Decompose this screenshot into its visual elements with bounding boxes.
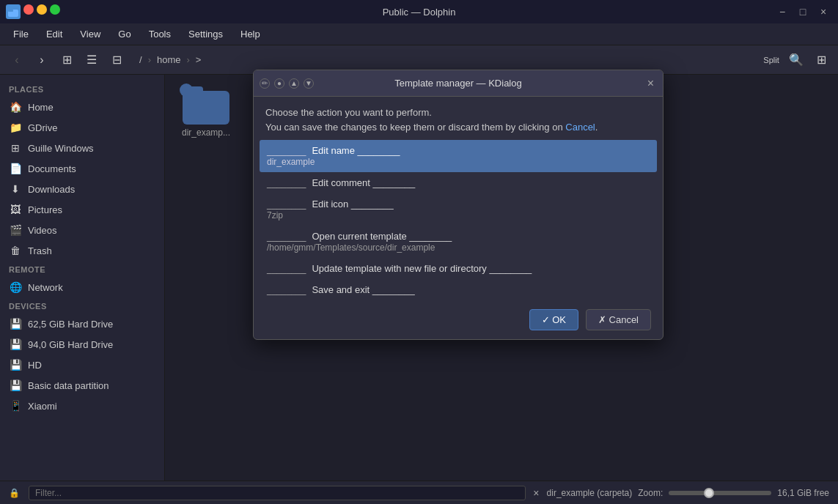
drive-62-icon: 💾 <box>9 317 22 330</box>
dialog-window-controls: ✏ ● ▲ ▼ <box>260 78 314 89</box>
sidebar-label-gdrive: GDrive <box>28 122 57 133</box>
zoom-label: Zoom: <box>638 488 663 498</box>
sidebar-item-hd[interactable]: 💾 HD <box>0 355 164 375</box>
title-bar: Public — Dolphin − □ × <box>0 0 838 23</box>
menu-view[interactable]: View <box>73 26 108 42</box>
window-controls <box>6 4 60 19</box>
dialog-title: Template manager — KDialog <box>394 78 521 89</box>
list-view-button[interactable]: ☰ <box>81 49 103 71</box>
breadcrumb-root[interactable]: / <box>136 53 145 67</box>
sidebar-label-network: Network <box>28 282 63 293</box>
menu-help[interactable]: Help <box>233 26 268 42</box>
dialog-item-save-exit[interactable]: ________ Save and exit ________ <box>260 279 657 300</box>
breadcrumb-sub[interactable]: > <box>193 53 205 67</box>
documents-icon: 📄 <box>9 162 22 175</box>
sidebar-item-drive-94[interactable]: 💾 94,0 GiB Hard Drive <box>0 334 164 355</box>
trash-icon: 🗑 <box>9 244 22 257</box>
forward-button[interactable]: › <box>31 49 53 71</box>
app-icon <box>6 4 21 19</box>
remote-section-title: Remote <box>0 261 164 277</box>
compact-view-button[interactable]: ⊟ <box>106 49 128 71</box>
dialog-control-pen[interactable]: ✏ <box>260 78 270 89</box>
sidebar-item-gdrive[interactable]: 📁 GDrive <box>0 117 164 138</box>
sidebar-label-downloads: Downloads <box>28 184 75 195</box>
menu-file[interactable]: File <box>6 26 36 42</box>
dialog-action-list: ________ Edit name ________ dir_example … <box>254 140 663 300</box>
cancel-button[interactable]: ✗ Cancel <box>586 309 651 330</box>
main-layout: Places 🏠 Home 📁 GDrive ⊞ Guille Windows … <box>0 75 838 481</box>
gdrive-icon: 📁 <box>9 121 22 134</box>
sidebar-item-home[interactable]: 🏠 Home <box>0 97 164 117</box>
template-manager-dialog: ✏ ● ▲ ▼ Template manager — KDialog × Cho… <box>253 75 664 340</box>
content-area: + dir_examp... ✏ ● ▲ ▼ Template manager … <box>165 75 838 481</box>
back-button[interactable]: ‹ <box>6 49 28 71</box>
window-min-dot[interactable] <box>37 4 47 15</box>
sidebar-item-documents[interactable]: 📄 Documents <box>0 158 164 179</box>
window-buttons: − □ × <box>773 3 832 21</box>
zoom-slider[interactable] <box>669 491 771 495</box>
home-icon: 🏠 <box>9 100 22 114</box>
menu-tools[interactable]: Tools <box>141 26 178 42</box>
dialog-description-line1: Choose the action you want to perform. <box>265 105 651 120</box>
dialog-item-edit-comment[interactable]: ________ Edit comment ________ <box>260 172 657 193</box>
dialog-control-up[interactable]: ▲ <box>289 78 299 89</box>
dialog-item-open-template[interactable]: ________ Open current template ________ … <box>260 226 657 258</box>
dialog-item-edit-name[interactable]: ________ Edit name ________ dir_example <box>260 140 657 172</box>
sidebar-item-basic-partition[interactable]: 💾 Basic data partition <box>0 375 164 396</box>
window-close-button[interactable]: × <box>815 3 832 21</box>
window-close-dot[interactable] <box>23 4 34 15</box>
sidebar-label-xiaomi: Xiaomi <box>28 401 57 412</box>
free-space: 16,1 GiB free <box>777 488 829 498</box>
window-minimize-button[interactable]: − <box>773 3 791 21</box>
dialog-buttons: ✓ OK ✗ Cancel <box>254 300 663 339</box>
folder-info: dir_example (carpeta) <box>547 488 633 498</box>
status-bar: 🔒 × dir_example (carpeta) Zoom: 16,1 GiB… <box>0 481 838 504</box>
xiaomi-icon: 📱 <box>9 399 22 412</box>
sidebar-item-downloads[interactable]: ⬇ Downloads <box>0 179 164 199</box>
breadcrumb-home[interactable]: home <box>154 53 184 67</box>
sidebar-item-guille-windows[interactable]: ⊞ Guille Windows <box>0 138 164 158</box>
window-maximize-button[interactable]: □ <box>794 3 812 21</box>
dialog-close-button[interactable]: × <box>644 75 657 92</box>
close-filter-button[interactable]: × <box>532 486 540 500</box>
search-button[interactable]: 🔍 <box>785 49 807 71</box>
icon-grid-button[interactable]: ⊞ <box>810 49 832 71</box>
guille-windows-icon: ⊞ <box>9 141 22 155</box>
places-section-title: Places <box>0 81 164 97</box>
dialog-item-edit-icon[interactable]: ________ Edit icon ________ 7zip <box>260 193 657 226</box>
devices-section-title: Devices <box>0 297 164 314</box>
videos-icon: 🎬 <box>9 223 22 237</box>
sidebar-label-drive-94: 94,0 GiB Hard Drive <box>28 339 113 350</box>
toolbar-right: Split 🔍 ⊞ <box>760 49 832 71</box>
grid-view-button[interactable]: ⊞ <box>56 49 78 71</box>
breadcrumb: / › home › > <box>136 53 204 67</box>
sidebar-label-videos: Videos <box>28 225 57 236</box>
basic-partition-icon: 💾 <box>9 379 22 392</box>
sidebar-item-trash[interactable]: 🗑 Trash <box>0 240 164 261</box>
filter-input[interactable] <box>29 486 526 500</box>
lock-icon: 🔒 <box>9 488 20 498</box>
ok-button[interactable]: ✓ OK <box>529 309 578 330</box>
split-button[interactable]: Split <box>760 49 782 71</box>
sidebar-label-basic-partition: Basic data partition <box>28 380 109 391</box>
dialog-description: Choose the action you want to perform. Y… <box>254 97 663 140</box>
menu-go[interactable]: Go <box>111 26 138 42</box>
sidebar-item-xiaomi[interactable]: 📱 Xiaomi <box>0 396 164 416</box>
sidebar-item-drive-62[interactable]: 💾 62,5 GiB Hard Drive <box>0 314 164 334</box>
sidebar-label-hd: HD <box>28 360 42 371</box>
sidebar-item-videos[interactable]: 🎬 Videos <box>0 220 164 240</box>
downloads-icon: ⬇ <box>9 182 22 196</box>
sidebar-label-trash: Trash <box>28 245 52 256</box>
window-max-dot[interactable] <box>50 4 60 15</box>
dialog-control-dot[interactable]: ● <box>274 78 284 89</box>
sidebar-item-pictures[interactable]: 🖼 Pictures <box>0 199 164 220</box>
dialog-item-update-template[interactable]: ________ Update template with new file o… <box>260 258 657 279</box>
dialog-control-down[interactable]: ▼ <box>304 78 314 89</box>
window-title: Public — Dolphin <box>383 7 456 18</box>
drive-94-icon: 💾 <box>9 338 22 351</box>
menu-bar: File Edit View Go Tools Settings Help <box>0 23 838 45</box>
menu-edit[interactable]: Edit <box>39 26 70 42</box>
pictures-icon: 🖼 <box>9 203 22 216</box>
sidebar-item-network[interactable]: 🌐 Network <box>0 277 164 297</box>
menu-settings[interactable]: Settings <box>181 26 230 42</box>
